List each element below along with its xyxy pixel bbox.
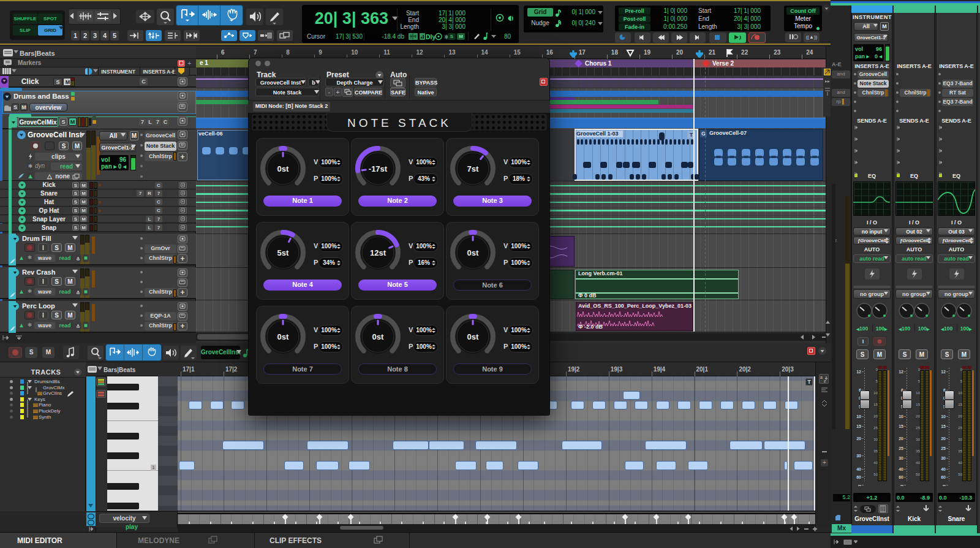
svg-text:0st: 0st — [277, 332, 289, 341]
svg-text:0st: 0st — [467, 248, 479, 257]
svg-text:0st: 0st — [277, 164, 289, 173]
svg-text:7st: 7st — [467, 164, 479, 173]
svg-text:5st: 5st — [277, 248, 289, 257]
svg-text:a: a — [820, 375, 823, 379]
svg-text:Dly: Dly — [426, 33, 436, 40]
svg-text:12st: 12st — [370, 248, 386, 257]
svg-text:-17st: -17st — [369, 164, 388, 173]
svg-text:0st: 0st — [372, 332, 384, 341]
svg-text:0st: 0st — [467, 332, 479, 341]
